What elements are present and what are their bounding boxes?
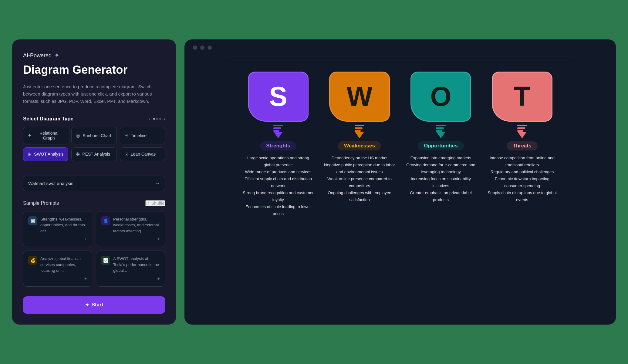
- arrow-line-o-1: [436, 125, 446, 126]
- prompt-4-icon: 📈: [101, 256, 110, 265]
- swot-analysis-label: SWOT Analysis: [34, 152, 63, 157]
- swot-content-s: Large scale operations and strong global…: [242, 155, 315, 217]
- swot-container: S Strenghts Large scale operations and s…: [191, 72, 610, 217]
- arrow-line-t-3: [517, 130, 523, 132]
- arrow-line-t-2: [517, 127, 525, 129]
- prompt-3-add[interactable]: +: [28, 276, 87, 281]
- swot-label-s: Strenghts: [260, 141, 296, 150]
- shuffle-icon: ⇄: [146, 201, 150, 206]
- input-box[interactable]: Walmart swot analysis →: [23, 176, 165, 191]
- select-diagram-header: Select Diagram Type ‹ ›: [23, 116, 165, 122]
- nav-next-button[interactable]: ›: [164, 116, 165, 122]
- input-value[interactable]: Walmart swot analysis: [28, 181, 151, 186]
- timeline-label: Timeline: [131, 133, 147, 138]
- select-diagram-section: Select Diagram Type ‹ › ✦ Relational Gra…: [23, 116, 165, 161]
- arrow-line-t-1: [517, 125, 527, 126]
- sample-prompts-label: Sample Prompts: [23, 201, 59, 206]
- window-dot-1: [193, 46, 197, 50]
- right-panel: S Strenghts Large scale operations and s…: [184, 39, 616, 325]
- prompt-2-icon: 👤: [101, 216, 110, 225]
- swot-label-t: Threats: [507, 141, 537, 150]
- swot-content-o: Expansion into emerging markets Growing …: [404, 155, 477, 204]
- swot-card-t: T: [492, 72, 552, 122]
- arrow-line-s-2: [273, 127, 281, 129]
- prompt-2-text: Personal strengths, weaknesses, and exte…: [113, 216, 160, 234]
- prompt-4-add[interactable]: +: [101, 276, 160, 281]
- swot-arrow-o: [436, 125, 446, 138]
- nav-dots: [153, 118, 161, 120]
- prompt-card-1[interactable]: 🏢 Strengths, weaknesses, opportunities, …: [23, 211, 92, 247]
- sample-prompts-section: Sample Prompts ⇄ Shuffle 🏢 Strengths, we…: [23, 200, 165, 287]
- prompt-card-4[interactable]: 📈 A SWOT analysis of Tesla's performance…: [96, 251, 165, 287]
- arrow-line-o-2: [436, 127, 444, 129]
- arrow-head-s: [274, 132, 282, 138]
- sunburst-chart-icon: ◎: [76, 133, 80, 138]
- start-label: Start: [92, 302, 103, 308]
- relational-graph-label: Relational Graph: [34, 131, 64, 140]
- swot-arrow-t: [517, 125, 527, 138]
- swot-column-w: W Weaknesses Dependency on the US market…: [323, 72, 396, 204]
- prompt-card-3[interactable]: 💰 Analyze global financial services comp…: [23, 251, 92, 287]
- app-wrapper: AI-Powered ✦ Diagram Generator Just ente…: [0, 0, 628, 364]
- diagram-types-grid: ✦ Relational Graph ◎ Sunburst Chart ⊟ Ti…: [23, 127, 165, 161]
- diagram-type-sunburst-chart[interactable]: ◎ Sunburst Chart: [71, 127, 116, 144]
- swot-column-s: S Strenghts Large scale operations and s…: [242, 72, 315, 217]
- swot-arrow-w: [355, 125, 364, 138]
- prompt-2-add[interactable]: +: [101, 236, 160, 242]
- shuffle-label: Shuffle: [151, 201, 164, 206]
- swot-column-o: O Opportunities Expansion into emerging …: [404, 72, 477, 204]
- lean-canvas-label: Lean Canvas: [131, 152, 156, 157]
- start-button[interactable]: ✦ Start: [23, 296, 165, 314]
- prompt-1-icon: 🏢: [28, 216, 37, 225]
- swot-card-o: O: [410, 72, 471, 122]
- diagram-type-relational-graph[interactable]: ✦ Relational Graph: [23, 127, 68, 144]
- nav-dot-1: [153, 118, 155, 120]
- select-diagram-label: Select Diagram Type: [23, 116, 73, 122]
- input-submit-arrow[interactable]: →: [154, 180, 160, 187]
- ai-label-text: AI-Powered: [23, 52, 52, 59]
- diagram-type-lean-canvas[interactable]: ⊡ Lean Canvas: [120, 147, 165, 161]
- arrow-head-o: [437, 132, 445, 138]
- timeline-icon: ⊟: [124, 133, 128, 138]
- swot-card-w: W: [329, 72, 390, 122]
- swot-arrow-s: [273, 125, 283, 138]
- pest-analysis-icon: ✚: [76, 151, 80, 157]
- nav-prev-button[interactable]: ‹: [149, 116, 150, 122]
- prompt-card-4-header: 📈 A SWOT analysis of Tesla's performance…: [101, 256, 160, 274]
- shuffle-button[interactable]: ⇄ Shuffle: [145, 200, 165, 206]
- input-section: Walmart swot analysis →: [23, 176, 165, 191]
- diagram-type-pest-analysis[interactable]: ✚ PEST Analysis: [71, 147, 116, 161]
- arrow-line-w-3: [355, 130, 361, 132]
- prompt-card-2[interactable]: 👤 Personal strengths, weaknesses, and ex…: [96, 211, 165, 247]
- sample-prompts-header: Sample Prompts ⇄ Shuffle: [23, 200, 165, 206]
- prompt-1-add[interactable]: +: [28, 236, 87, 242]
- prompts-grid: 🏢 Strengths, weaknesses, opportunities, …: [23, 211, 165, 287]
- pest-analysis-label: PEST Analysis: [82, 152, 110, 157]
- page-title: Diagram Generator: [23, 63, 165, 77]
- arrow-line-s-1: [273, 125, 283, 126]
- prompt-4-text: A SWOT analysis of Tesla's performance i…: [113, 256, 160, 274]
- arrow-head-t: [518, 132, 526, 138]
- diagram-nav: ‹ ›: [149, 116, 165, 122]
- nav-dot-2: [156, 118, 158, 120]
- start-icon: ✦: [85, 302, 89, 308]
- left-panel: AI-Powered ✦ Diagram Generator Just ente…: [12, 39, 176, 325]
- prompt-card-3-header: 💰 Analyze global financial services comp…: [28, 256, 87, 274]
- arrow-line-w-2: [355, 127, 363, 129]
- window-dot-3: [208, 46, 212, 50]
- sparkle-icon: ✦: [54, 52, 59, 59]
- prompt-3-icon: 💰: [28, 256, 37, 265]
- diagram-type-swot-analysis[interactable]: ⊞ SWOT Analysis: [23, 147, 68, 161]
- prompt-1-text: Strengths, weaknesses, opportunities, an…: [40, 216, 87, 234]
- ai-powered-label: AI-Powered ✦: [23, 52, 165, 59]
- swot-column-t: T Threats Intense competition from onlin…: [486, 72, 559, 204]
- swot-analysis-icon: ⊞: [28, 151, 32, 157]
- nav-dot-3: [159, 118, 161, 120]
- relational-graph-icon: ✦: [28, 133, 32, 138]
- diagram-type-timeline[interactable]: ⊟ Timeline: [120, 127, 165, 144]
- swot-content-w: Dependency on the US market Negative pub…: [323, 155, 396, 204]
- swot-label-w: Weaknesses: [338, 141, 381, 150]
- right-panel-header: [184, 39, 616, 56]
- prompt-card-1-header: 🏢 Strengths, weaknesses, opportunities, …: [28, 216, 87, 234]
- swot-card-s: S: [248, 72, 309, 122]
